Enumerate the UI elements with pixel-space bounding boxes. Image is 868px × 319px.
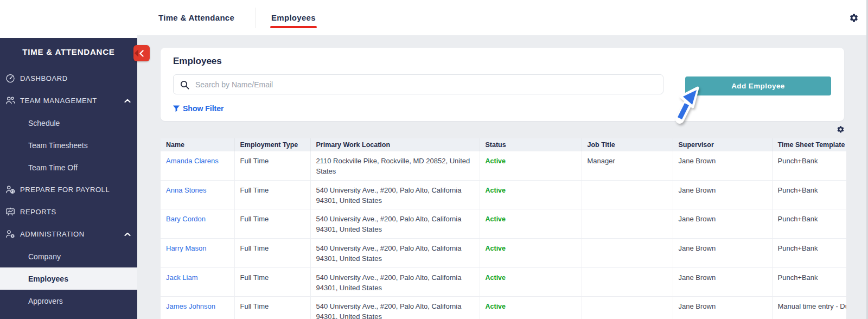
employee-name-link[interactable]: Harry Mason xyxy=(166,244,206,252)
sidebar-collapse-button[interactable] xyxy=(133,45,150,61)
sidebar-item-label: Team Timesheets xyxy=(28,141,88,150)
status-cell: Active xyxy=(480,239,582,268)
payroll-icon xyxy=(5,185,15,194)
name-cell: James Johnson xyxy=(161,297,234,319)
name-cell: Harry Mason xyxy=(161,239,234,268)
search-box xyxy=(173,74,663,94)
table-row: James JohnsonFull Time540 University Ave… xyxy=(161,297,846,319)
sidebar-item-label: REPORTS xyxy=(20,208,56,216)
sidebar-item-dashboard[interactable]: DASHBOARD xyxy=(0,67,137,90)
sidebar: TIME & ATTENDANCE DASHBOARDTEAM MANAGEME… xyxy=(0,38,137,319)
active-tab-indicator xyxy=(270,26,317,28)
sidebar-item-team-time-off[interactable]: Team Time Off xyxy=(0,156,137,178)
status-cell: Active xyxy=(480,297,582,319)
sidebar-item-company[interactable]: Company xyxy=(0,245,137,267)
timesheet-template-cell: Punch+Bank xyxy=(772,151,846,180)
job-title-cell xyxy=(582,209,673,239)
timesheet-template-cell: Manual time entry - Du xyxy=(772,297,846,319)
supervisor-cell: Jane Brown xyxy=(673,239,772,268)
sidebar-item-administration[interactable]: ADMINISTRATION xyxy=(0,223,137,245)
sidebar-item-schedule[interactable]: Schedule xyxy=(0,112,137,134)
employee-name-link[interactable]: James Johnson xyxy=(166,302,215,310)
name-cell: Anna Stones xyxy=(161,180,234,209)
page-title: Employees xyxy=(173,56,222,67)
column-header-employment-type: Employment Type xyxy=(234,138,310,151)
column-header-primary-work-location: Primary Work Location xyxy=(310,138,480,151)
tab-time-attendance[interactable]: Time & Attendance xyxy=(158,0,234,35)
timesheet-template-cell: Punch+Bank xyxy=(772,209,846,239)
sidebar-item-reports[interactable]: REPORTS xyxy=(0,201,137,223)
administration-icon xyxy=(5,229,15,239)
column-header-time-sheet-template: Time Sheet Template xyxy=(772,138,846,151)
status-badge: Active xyxy=(486,215,506,223)
tab-employees[interactable]: Employees xyxy=(271,0,316,35)
table-row: Amanda ClarensFull Time2110 Rockville Pi… xyxy=(161,151,846,180)
dashboard-icon xyxy=(5,74,15,83)
name-cell: Bary Cordon xyxy=(161,209,234,239)
status-cell: Active xyxy=(480,180,582,209)
sidebar-item-label: Company xyxy=(28,252,61,261)
status-badge: Active xyxy=(486,274,506,282)
search-icon xyxy=(180,80,189,90)
work-location-cell: 540 University Ave., #200, Palo Alto, Ca… xyxy=(310,297,480,319)
sidebar-item-team-timesheets[interactable]: Team Timesheets xyxy=(0,134,137,156)
status-cell: Active xyxy=(480,151,582,180)
employee-name-link[interactable]: Anna Stones xyxy=(166,186,206,194)
add-employee-button[interactable]: Add Employee xyxy=(685,76,831,95)
search-input[interactable] xyxy=(195,75,656,93)
employees-table: NameEmployment TypePrimary Work Location… xyxy=(161,138,846,319)
table-row: Anna StonesFull Time540 University Ave.,… xyxy=(161,180,846,209)
job-title-cell xyxy=(582,239,673,268)
employment-type-cell: Full Time xyxy=(234,180,310,209)
column-header-supervisor: Supervisor xyxy=(673,138,772,151)
column-header-job-title: Job Title xyxy=(582,138,673,151)
tab-divider xyxy=(255,8,256,28)
sidebar-item-employees[interactable]: Employees xyxy=(0,267,137,290)
table-row: Bary CordonFull Time540 University Ave.,… xyxy=(161,209,846,239)
employment-type-cell: Full Time xyxy=(234,267,310,297)
sidebar-item-prepare-for-payroll[interactable]: PREPARE FOR PAYROLL xyxy=(0,178,137,201)
sidebar-title: TIME & ATTENDANCE xyxy=(0,47,137,56)
show-filter-label: Show Filter xyxy=(183,104,224,113)
employees-panel: Employees Add Employee Show Filter xyxy=(161,48,844,121)
work-location-cell: 540 University Ave., #200, Palo Alto, Ca… xyxy=(310,267,480,297)
timesheet-template-cell: Punch+Bank xyxy=(772,267,846,297)
status-badge: Active xyxy=(486,187,506,194)
chevron-left-icon xyxy=(139,50,144,57)
table-row: Jack LiamFull Time540 University Ave., #… xyxy=(161,267,846,297)
sidebar-item-team-management[interactable]: TEAM MANAGEMENT xyxy=(0,90,137,112)
table-settings-gear-icon[interactable] xyxy=(837,125,845,133)
work-location-cell: 540 University Ave., #200, Palo Alto, Ca… xyxy=(310,239,480,268)
team-icon xyxy=(5,96,15,105)
employee-name-link[interactable]: Amanda Clarens xyxy=(166,157,219,165)
chevron-up-icon[interactable] xyxy=(124,99,131,103)
reports-icon xyxy=(5,207,15,216)
column-header-name: Name xyxy=(161,138,234,151)
sidebar-item-label: Team Time Off xyxy=(28,163,78,172)
employee-name-link[interactable]: Bary Cordon xyxy=(166,215,206,223)
show-filter-toggle[interactable]: Show Filter xyxy=(173,104,224,113)
top-nav: Time & Attendance Employees xyxy=(0,0,868,35)
work-location-cell: 540 University Ave., #200, Palo Alto, Ca… xyxy=(310,209,480,239)
status-cell: Active xyxy=(480,209,582,239)
name-cell: Jack Liam xyxy=(161,267,234,297)
sidebar-item-label: ADMINISTRATION xyxy=(20,230,85,238)
sidebar-item-label: TEAM MANAGEMENT xyxy=(20,97,97,105)
employee-name-link[interactable]: Jack Liam xyxy=(166,273,198,282)
employment-type-cell: Full Time xyxy=(234,209,310,239)
sidebar-item-label: Employees xyxy=(28,275,68,283)
table-row: Harry MasonFull Time540 University Ave.,… xyxy=(161,239,846,268)
chevron-up-icon[interactable] xyxy=(124,232,131,237)
column-header-status: Status xyxy=(480,138,582,151)
status-badge: Active xyxy=(486,303,506,310)
employment-type-cell: Full Time xyxy=(234,151,310,180)
timesheet-template-cell: Punch+Bank xyxy=(772,239,846,268)
sidebar-item-label: Schedule xyxy=(28,119,60,127)
sidebar-item-approvers[interactable]: Approvers xyxy=(0,290,137,312)
sidebar-item-label: PREPARE FOR PAYROLL xyxy=(20,186,110,194)
employment-type-cell: Full Time xyxy=(234,297,310,319)
employment-type-cell: Full Time xyxy=(234,239,310,268)
gear-icon[interactable] xyxy=(849,13,859,23)
job-title-cell: Manager xyxy=(582,151,673,180)
supervisor-cell: Jane Brown xyxy=(673,151,772,180)
